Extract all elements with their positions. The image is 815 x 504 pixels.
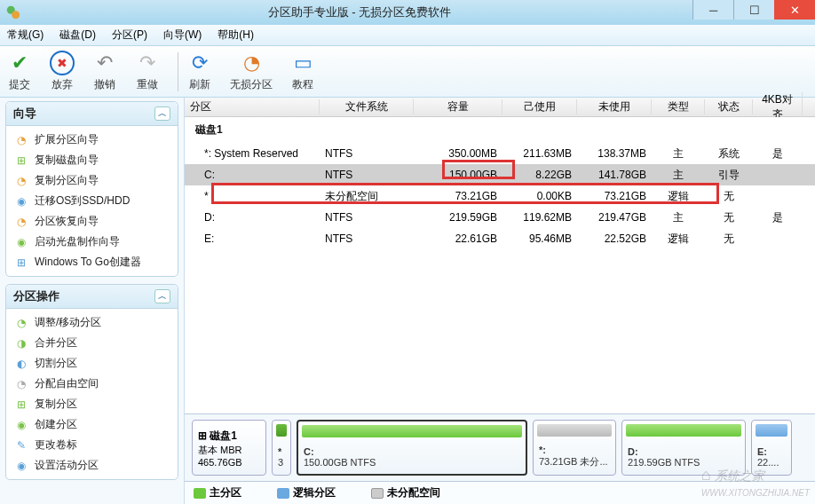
cell: 主 bbox=[652, 210, 705, 225]
item-icon: ◔ bbox=[13, 316, 29, 330]
item-label: Windows To Go创建器 bbox=[35, 255, 141, 270]
cell: 逻辑 bbox=[652, 232, 705, 247]
menu-general[interactable]: 常规(G) bbox=[7, 28, 44, 43]
item-icon: ◔ bbox=[13, 133, 29, 147]
item-icon: ◔ bbox=[13, 377, 29, 391]
toolbar-放弃[interactable]: ✖放弃 bbox=[50, 51, 75, 92]
item-label: 迁移OS到SSD/HDD bbox=[35, 193, 130, 209]
sidebar-item-分区恢复向导[interactable]: ◔分区恢复向导 bbox=[8, 211, 176, 232]
sidebar-item-分配自由空间[interactable]: ◔分配自由空间 bbox=[8, 374, 176, 394]
cell: E: bbox=[185, 232, 320, 245]
collapse-icon[interactable]: ︿ bbox=[154, 289, 170, 303]
item-icon: ◉ bbox=[13, 459, 29, 473]
partition-row[interactable]: E:NTFS22.61GB95.46MB22.52GB逻辑无 bbox=[185, 228, 815, 249]
toolbar-label: 撤销 bbox=[94, 77, 115, 92]
collapse-icon[interactable]: ︿ bbox=[154, 106, 170, 121]
grid-body[interactable]: 磁盘1 *: System ReservedNTFS350.00MB211.63… bbox=[185, 117, 815, 413]
cell: D: bbox=[185, 211, 320, 224]
cell: 219.59GB bbox=[414, 211, 502, 224]
disk-card[interactable]: ⊞ 磁盘1基本 MBR465.76GB bbox=[192, 420, 266, 476]
disk-segment[interactable]: *:73.21GB 未分... bbox=[533, 420, 616, 476]
ops-panel-header[interactable]: 分区操作 ︿ bbox=[6, 285, 178, 309]
partition-row[interactable]: D:NTFS219.59GB119.62MB219.47GB主无是 bbox=[185, 207, 815, 228]
sidebar-item-创建分区[interactable]: ◉创建分区 bbox=[8, 414, 176, 435]
刷新-icon: ⟳ bbox=[187, 51, 212, 75]
segment-fill bbox=[276, 424, 287, 437]
disk-visual-bar: ⊞ 磁盘1基本 MBR465.76GB*3C:150.00GB NTFS*:73… bbox=[185, 413, 815, 481]
wizard-panel: 向导 ︿ ◔扩展分区向导⊞复制磁盘向导◔复制分区向导◉迁移OS到SSD/HDD◔… bbox=[5, 101, 178, 277]
legend-logical: 逻辑分区 bbox=[277, 485, 336, 500]
col-free[interactable]: 未使用 bbox=[577, 99, 652, 114]
sidebar-item-合并分区[interactable]: ◑合并分区 bbox=[8, 333, 176, 353]
disk-segment[interactable]: *3 bbox=[272, 420, 291, 476]
toolbar-重做[interactable]: ↷重做 bbox=[135, 51, 160, 92]
sidebar-item-扩展分区向导[interactable]: ◔扩展分区向导 bbox=[8, 130, 176, 150]
cell: 119.62MB bbox=[502, 211, 577, 224]
sidebar-item-切割分区[interactable]: ◐切割分区 bbox=[8, 353, 176, 374]
disk-segment[interactable]: D:219.59GB NTFS bbox=[621, 420, 746, 476]
cell: 未分配空间 bbox=[320, 189, 414, 204]
item-label: 复制分区 bbox=[35, 397, 77, 412]
sidebar-item-更改卷标[interactable]: ✎更改卷标 bbox=[8, 435, 176, 455]
main-area: 分区 文件系统 容量 己使用 未使用 类型 状态 4KB对齐 磁盘1 *: Sy… bbox=[185, 98, 815, 504]
cell: NTFS bbox=[320, 169, 414, 181]
partition-row[interactable]: *: System ReservedNTFS350.00MB211.63MB13… bbox=[185, 143, 815, 164]
item-label: 合并分区 bbox=[35, 335, 77, 350]
item-icon: ◔ bbox=[13, 215, 29, 229]
item-label: 调整/移动分区 bbox=[35, 315, 101, 330]
item-label: 分区恢复向导 bbox=[35, 214, 99, 229]
menu-wizard[interactable]: 向导(W) bbox=[163, 28, 202, 43]
toolbar-提交[interactable]: ✔提交 bbox=[7, 51, 32, 92]
wizard-panel-title: 向导 bbox=[13, 106, 36, 122]
minimize-button[interactable]: ─ bbox=[692, 0, 733, 20]
sidebar-item-复制分区向导[interactable]: ◔复制分区向导 bbox=[8, 170, 176, 191]
toolbar-撤销[interactable]: ↶撤销 bbox=[92, 51, 117, 92]
item-label: 复制分区向导 bbox=[35, 173, 99, 188]
cell: 无 bbox=[705, 232, 753, 247]
toolbar-教程[interactable]: ▭教程 bbox=[290, 51, 315, 92]
menu-partition[interactable]: 分区(P) bbox=[112, 28, 147, 43]
segment-label: *:73.21GB 未分... bbox=[539, 445, 610, 469]
sidebar-item-复制分区[interactable]: ⊞复制分区 bbox=[8, 394, 176, 414]
toolbar-刷新[interactable]: ⟳刷新 bbox=[187, 51, 212, 92]
sidebar-item-启动光盘制作向导[interactable]: ◉启动光盘制作向导 bbox=[8, 232, 176, 252]
maximize-button[interactable]: ☐ bbox=[733, 0, 774, 20]
cell: 0.00KB bbox=[502, 190, 577, 202]
wizard-panel-header[interactable]: 向导 ︿ bbox=[6, 102, 178, 126]
disk-segment[interactable]: C:150.00GB NTFS bbox=[297, 420, 527, 476]
toolbar-无损分区[interactable]: ◔无损分区 bbox=[230, 51, 273, 92]
sidebar-item-复制磁盘向导[interactable]: ⊞复制磁盘向导 bbox=[8, 150, 176, 170]
disk-segment[interactable]: E:22.... bbox=[751, 420, 792, 476]
col-partition[interactable]: 分区 bbox=[185, 99, 320, 114]
disk-header[interactable]: 磁盘1 bbox=[185, 117, 815, 143]
partition-row[interactable]: C:NTFS150.00GB8.22GB141.78GB主引导 bbox=[185, 164, 815, 185]
item-icon: ◑ bbox=[13, 336, 29, 350]
col-status[interactable]: 状态 bbox=[705, 99, 753, 114]
cell: 逻辑 bbox=[652, 189, 705, 204]
sidebar-item-迁移OS到SSD/HDD[interactable]: ◉迁移OS到SSD/HDD bbox=[8, 191, 176, 211]
menu-help[interactable]: 帮助(H) bbox=[218, 28, 254, 43]
toolbar: ✔提交✖放弃↶撤销↷重做⟳刷新◔无损分区▭教程 bbox=[0, 46, 815, 98]
sidebar-item-Windows To Go创建器[interactable]: ⊞Windows To Go创建器 bbox=[8, 252, 176, 272]
sidebar-item-调整/移动分区[interactable]: ◔调整/移动分区 bbox=[8, 312, 176, 333]
toolbar-label: 无损分区 bbox=[230, 77, 273, 92]
item-label: 切割分区 bbox=[35, 356, 77, 371]
item-icon: ◉ bbox=[13, 418, 29, 432]
col-used[interactable]: 己使用 bbox=[502, 99, 577, 114]
close-button[interactable]: ✕ bbox=[774, 0, 815, 20]
撤销-icon: ↶ bbox=[92, 51, 117, 75]
item-icon: ✎ bbox=[13, 438, 29, 453]
menu-disk[interactable]: 磁盘(D) bbox=[59, 28, 96, 43]
col-capacity[interactable]: 容量 bbox=[414, 99, 502, 114]
col-filesystem[interactable]: 文件系统 bbox=[320, 99, 414, 114]
sidebar-item-设置活动分区[interactable]: ◉设置活动分区 bbox=[8, 455, 176, 476]
segment-fill bbox=[302, 425, 522, 437]
item-icon: ◉ bbox=[13, 235, 29, 249]
toolbar-label: 提交 bbox=[9, 77, 30, 92]
col-type[interactable]: 类型 bbox=[652, 99, 705, 114]
item-label: 更改卷标 bbox=[35, 437, 77, 453]
教程-icon: ▭ bbox=[290, 51, 315, 75]
partition-row[interactable]: *未分配空间73.21GB0.00KB73.21GB逻辑无 bbox=[185, 185, 815, 207]
item-icon: ◐ bbox=[13, 357, 29, 371]
item-icon: ⊞ bbox=[13, 154, 29, 168]
